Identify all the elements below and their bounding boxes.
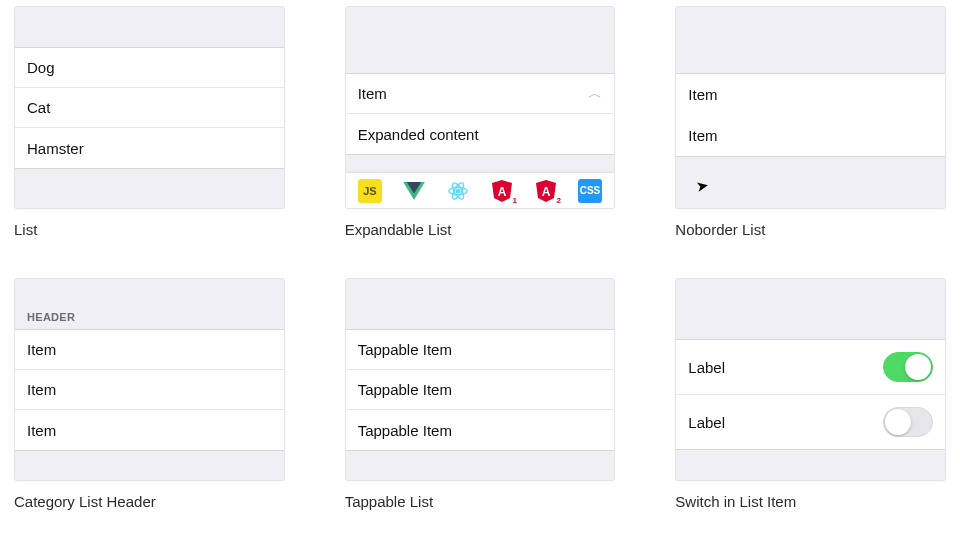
tappable-item[interactable]: Tappable Item [346, 410, 615, 450]
switch-label: Label [688, 414, 725, 431]
list-item[interactable]: Item [676, 115, 945, 156]
list-item[interactable]: Item [15, 330, 284, 370]
angular1-icon[interactable]: A1 [490, 179, 514, 203]
example-caption: Expandable List [345, 221, 616, 238]
list-item-label: Tappable Item [358, 381, 452, 398]
expandable-item[interactable]: Item ︿ [346, 74, 615, 114]
switch-toggle[interactable] [883, 352, 933, 382]
example-caption: Category List Header [14, 493, 285, 510]
css-icon[interactable]: CSS [578, 179, 602, 203]
caption-text: Category List Header [14, 493, 156, 510]
example-switch-list: Label Label Switch in List Item [675, 278, 946, 510]
tappable-item[interactable]: Tappable Item [346, 370, 615, 410]
list-item-label: Dog [27, 59, 55, 76]
list-item[interactable]: Dog [15, 48, 284, 88]
caption-text: List [14, 221, 37, 238]
switch-label: Label [688, 359, 725, 376]
react-icon[interactable] [446, 179, 470, 203]
svg-text:A: A [542, 185, 551, 199]
card: Label Label [675, 278, 946, 481]
example-caption: Noborder List [675, 221, 946, 238]
list: Label Label [676, 339, 945, 450]
list-item[interactable]: Item [676, 74, 945, 115]
vue-icon[interactable] [402, 179, 426, 203]
example-caption: Switch in List Item [675, 493, 946, 510]
card: Tappable Item Tappable Item Tappable Ite… [345, 278, 616, 481]
list-item-label: Hamster [27, 140, 84, 157]
example-expandable-list: Item ︿ Expanded content JS A1 [345, 6, 616, 238]
list-item-label: Item [688, 127, 717, 144]
example-caption: Tappable List [345, 493, 616, 510]
svg-text:A: A [498, 185, 507, 199]
switch-row: Label [676, 395, 945, 449]
expanded-content-label: Expanded content [358, 126, 479, 143]
list-item-label: Cat [27, 99, 50, 116]
list-item[interactable]: Hamster [15, 128, 284, 168]
list: Item Item [676, 73, 945, 157]
example-noborder-list: Item Item ➤ Noborder List [675, 6, 946, 238]
tappable-item[interactable]: Tappable Item [346, 330, 615, 370]
js-icon[interactable]: JS [358, 179, 382, 203]
list: Tappable Item Tappable Item Tappable Ite… [346, 329, 615, 451]
caption-text: Noborder List [675, 221, 765, 238]
list-item[interactable]: Item [15, 410, 284, 450]
list-item-label: Item [27, 422, 56, 439]
list-header: HEADER [15, 297, 284, 329]
cursor-icon: ➤ [695, 176, 711, 196]
list-item-label: Tappable Item [358, 422, 452, 439]
caption-text: Switch in List Item [675, 493, 796, 510]
angular2-icon[interactable]: A2 [534, 179, 558, 203]
card: Dog Cat Hamster [14, 6, 285, 209]
list-item-label: Item [27, 341, 56, 358]
list: Item Item Item [15, 329, 284, 451]
list-item-label: Item [27, 381, 56, 398]
caption-text: Expandable List [345, 221, 452, 238]
list-item[interactable]: Cat [15, 88, 284, 128]
list-item[interactable]: Item [15, 370, 284, 410]
example-caption: List [14, 221, 285, 238]
switch-toggle[interactable] [883, 407, 933, 437]
svg-point-2 [456, 189, 460, 193]
card: Item ︿ Expanded content JS A1 [345, 6, 616, 209]
example-category-header: HEADER Item Item Item Category List Head… [14, 278, 285, 510]
card: Item Item ➤ [675, 6, 946, 209]
chevron-up-icon: ︿ [588, 85, 602, 103]
list: Dog Cat Hamster [15, 47, 284, 169]
list: Item ︿ Expanded content [346, 73, 615, 155]
switch-row: Label [676, 340, 945, 395]
tech-toolbar: JS A1 A2 CSS [346, 172, 615, 208]
example-tappable-list: Tappable Item Tappable Item Tappable Ite… [345, 278, 616, 510]
expanded-content: Expanded content [346, 114, 615, 154]
caption-text: Tappable List [345, 493, 433, 510]
card: HEADER Item Item Item [14, 278, 285, 481]
list-item-label: Tappable Item [358, 341, 452, 358]
example-list: Dog Cat Hamster List [14, 6, 285, 238]
list-item-label: Item [688, 86, 717, 103]
list-item-label: Item [358, 85, 387, 102]
